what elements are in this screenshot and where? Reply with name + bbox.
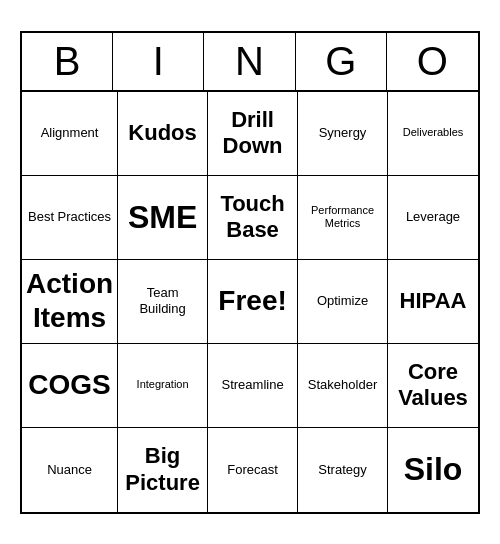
bingo-cell: Kudos (118, 92, 208, 176)
bingo-cell: Action Items (22, 260, 118, 344)
bingo-cell: HIPAA (388, 260, 478, 344)
bingo-cell: Core Values (388, 344, 478, 428)
bingo-grid: AlignmentKudosDrill DownSynergyDeliverab… (22, 92, 478, 512)
bingo-cell: Integration (118, 344, 208, 428)
bingo-cell: Drill Down (208, 92, 298, 176)
bingo-cell: Performance Metrics (298, 176, 388, 260)
bingo-cell: Strategy (298, 428, 388, 512)
bingo-cell: Leverage (388, 176, 478, 260)
bingo-cell: Touch Base (208, 176, 298, 260)
bingo-cell: Alignment (22, 92, 118, 176)
bingo-cell: Silo (388, 428, 478, 512)
bingo-cell: Team Building (118, 260, 208, 344)
bingo-cell: COGS (22, 344, 118, 428)
header-letter: O (387, 33, 478, 90)
header-letter: B (22, 33, 113, 90)
bingo-cell: Free! (208, 260, 298, 344)
bingo-header: BINGO (22, 33, 478, 92)
bingo-cell: Best Practices (22, 176, 118, 260)
bingo-cell: Nuance (22, 428, 118, 512)
bingo-cell: Streamline (208, 344, 298, 428)
bingo-cell: Deliverables (388, 92, 478, 176)
header-letter: I (113, 33, 204, 90)
header-letter: G (296, 33, 387, 90)
bingo-cell: SME (118, 176, 208, 260)
bingo-cell: Stakeholder (298, 344, 388, 428)
bingo-cell: Big Picture (118, 428, 208, 512)
bingo-cell: Forecast (208, 428, 298, 512)
bingo-cell: Optimize (298, 260, 388, 344)
header-letter: N (204, 33, 295, 90)
bingo-cell: Synergy (298, 92, 388, 176)
bingo-card: BINGO AlignmentKudosDrill DownSynergyDel… (20, 31, 480, 514)
